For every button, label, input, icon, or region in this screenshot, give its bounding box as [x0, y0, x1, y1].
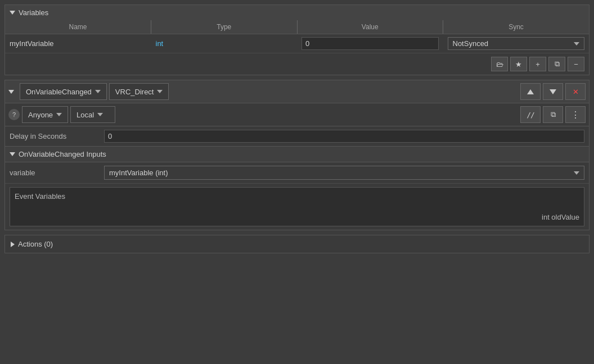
down-arrow-icon: [550, 89, 556, 94]
move-down-button[interactable]: [543, 83, 563, 100]
var-value-cell: [297, 34, 443, 53]
var-type: int: [151, 34, 298, 53]
variable-value-dropdown[interactable]: myIntVariable (int): [104, 166, 584, 180]
network-type-arrow-icon: [157, 90, 163, 93]
variables-table: Name Type Value Sync myIntVariable int N…: [5, 20, 589, 53]
event-variables-label: Event Variables: [15, 192, 65, 201]
copy-event-button[interactable]: ⧉: [543, 106, 563, 123]
folder-button[interactable]: 🗁: [491, 57, 508, 71]
collapse-event-icon[interactable]: [8, 90, 14, 94]
locality-value: Local: [76, 111, 94, 119]
owner-arrow-icon: [56, 113, 62, 116]
locality-arrow-icon: [97, 113, 103, 116]
table-row: myIntVariable int NotSynced: [5, 34, 589, 53]
event-type-arrow-icon: [95, 90, 101, 93]
var-sync-cell: NotSynced: [443, 34, 590, 53]
plus-icon: +: [536, 60, 540, 69]
slash-slash-button[interactable]: //: [520, 106, 541, 123]
star-button[interactable]: ★: [510, 57, 527, 71]
more-options-button[interactable]: ⋮: [565, 106, 586, 123]
remove-variable-button[interactable]: −: [568, 57, 584, 71]
old-value-label: int oldValue: [542, 213, 579, 221]
event-type-dropdown[interactable]: OnVariableChanged: [20, 83, 107, 100]
subsection-title: OnVariableChanged Inputs: [19, 150, 106, 158]
delay-input[interactable]: [104, 130, 584, 143]
event-variables-box: Event Variables int oldValue: [10, 187, 584, 226]
network-type-dropdown[interactable]: VRC_Direct: [109, 83, 169, 100]
variable-row: variable myIntVariable (int): [5, 162, 589, 184]
var-type-value: int: [156, 39, 164, 48]
dots-icon: ⋮: [571, 110, 580, 120]
owner-dropdown[interactable]: Anyone: [22, 106, 68, 123]
event-second-row: ? Anyone Local // ⧉ ⋮: [5, 103, 589, 126]
var-value-input[interactable]: [302, 37, 439, 50]
actions-title: Actions (0): [18, 240, 53, 248]
collapse-variables-icon[interactable]: [10, 11, 15, 15]
delete-event-button[interactable]: ✕: [565, 83, 586, 100]
copy-variable-button[interactable]: ⧉: [548, 57, 565, 71]
variables-header: Variables: [5, 5, 589, 20]
move-up-button[interactable]: [520, 83, 541, 100]
col-header-name: Name: [5, 20, 151, 34]
star-icon: ★: [515, 60, 522, 69]
var-name: myIntVariable: [5, 34, 151, 53]
variables-section: Variables Name Type Value Sync myIntVari…: [4, 4, 590, 75]
col-header-sync: Sync: [443, 20, 590, 34]
delay-label: Delay in Seconds: [10, 132, 100, 140]
folder-icon: 🗁: [496, 60, 503, 69]
close-icon: ✕: [573, 88, 579, 96]
actions-section: Actions (0): [4, 235, 590, 253]
variable-label: variable: [10, 169, 100, 177]
subsection-header: OnVariableChanged Inputs: [5, 147, 589, 162]
event-section: OnVariableChanged VRC_Direct ✕ ? Anyone …: [4, 80, 590, 230]
variables-title: Variables: [19, 8, 48, 17]
expand-actions-icon[interactable]: [11, 242, 15, 247]
sync-dropdown-arrow-icon: [574, 42, 579, 46]
add-variable-button[interactable]: +: [529, 57, 546, 71]
variable-value: myIntVariable (int): [109, 169, 168, 177]
event-type-value: OnVariableChanged: [26, 88, 92, 96]
actions-header: Actions (0): [5, 235, 589, 253]
variables-toolbar: 🗁 ★ + ⧉ −: [5, 53, 589, 75]
locality-dropdown[interactable]: Local: [70, 106, 115, 123]
sync-dropdown[interactable]: NotSynced: [448, 37, 585, 50]
copy-icon: ⧉: [555, 60, 560, 69]
col-header-type: Type: [151, 20, 298, 34]
sync-value: NotSynced: [453, 39, 489, 48]
copy-event-icon: ⧉: [551, 110, 556, 119]
delay-row: Delay in Seconds: [5, 126, 589, 147]
collapse-inputs-icon[interactable]: [10, 152, 15, 156]
comment-icon: //: [526, 111, 534, 119]
variable-dropdown-arrow-icon: [574, 171, 579, 175]
col-header-value: Value: [297, 20, 443, 34]
network-type-value: VRC_Direct: [115, 88, 154, 96]
minus-icon: −: [574, 60, 578, 69]
help-icon[interactable]: ?: [8, 109, 20, 120]
owner-value: Anyone: [28, 111, 53, 119]
event-header-row: OnVariableChanged VRC_Direct ✕: [5, 80, 589, 103]
up-arrow-icon: [527, 89, 534, 94]
